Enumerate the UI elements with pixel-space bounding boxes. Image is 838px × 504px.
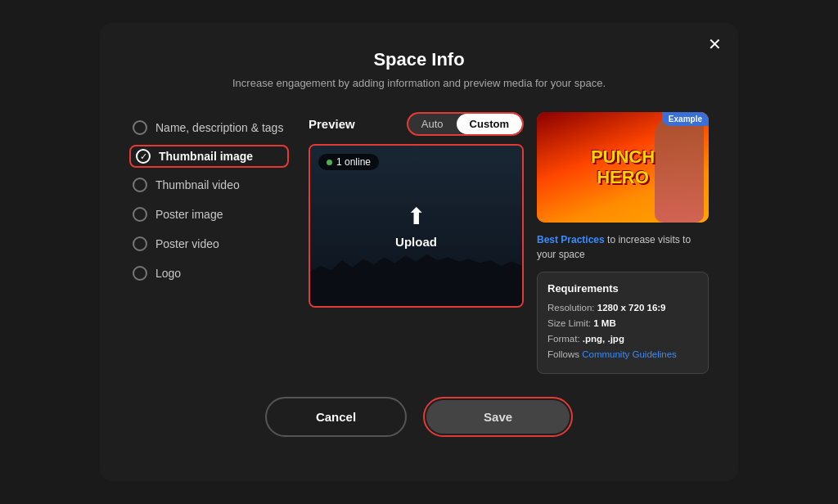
example-badge: Example: [662, 112, 709, 126]
sidebar-item-name[interactable]: Name, description & tags: [129, 115, 289, 140]
sidebar-label-logo: Logo: [155, 267, 181, 280]
right-panel: PUNCH HERO Example Best Practices to inc…: [537, 112, 709, 374]
main-content: Preview Auto Custom 1 online ⬆ Upl: [309, 112, 709, 374]
upload-icon: ⬆: [407, 203, 426, 230]
radio-poster-video: [133, 236, 147, 251]
close-button[interactable]: ✕: [708, 36, 722, 52]
modal-body: Name, description & tags Thumbnail image…: [129, 112, 709, 374]
radio-logo: [133, 266, 147, 281]
cancel-button[interactable]: Cancel: [265, 397, 407, 437]
online-indicator: [327, 160, 332, 165]
req-guidelines: Follows Community Guidelines: [547, 348, 698, 361]
save-button[interactable]: Save: [426, 400, 570, 434]
modal-subtitle: Increase engagement by adding informatio…: [129, 77, 709, 89]
req-resolution: Resolution: 1280 x 720 16:9: [547, 301, 698, 314]
upload-area[interactable]: 1 online ⬆ Upload: [309, 144, 524, 308]
sidebar-item-logo[interactable]: Logo: [129, 261, 289, 286]
upload-content[interactable]: ⬆ Upload: [395, 203, 437, 249]
character-silhouette: [655, 112, 704, 223]
requirements-box: Requirements Resolution: 1280 x 720 16:9…: [537, 272, 709, 374]
format-label: Format:: [547, 334, 583, 344]
size-label: Size Limit:: [547, 318, 593, 328]
size-value: 1 MB: [593, 318, 615, 328]
modal-footer: Cancel Save: [129, 397, 709, 437]
resolution-value: 1280 x 720 16:9: [597, 303, 666, 313]
game-title-line2: HERO: [597, 168, 649, 187]
sidebar-label-poster-image: Poster image: [155, 208, 223, 221]
sidebar-item-poster-video[interactable]: Poster video: [129, 232, 289, 256]
best-practices-text: Best Practices to increase visits to you…: [537, 232, 709, 262]
radio-thumbnail-video: [133, 178, 147, 192]
radio-poster-image: [133, 207, 147, 222]
online-count: 1 online: [336, 156, 371, 168]
format-value: .png, .jpg: [583, 334, 624, 344]
sidebar-label-name: Name, description & tags: [155, 121, 283, 134]
radio-name: [133, 120, 147, 135]
toggle-auto-button[interactable]: Auto: [408, 114, 457, 134]
req-format: Format: .png, .jpg: [547, 332, 698, 345]
sidebar-item-thumbnail-image-wrap[interactable]: Thumbnail image: [129, 145, 289, 168]
online-badge: 1 online: [318, 154, 379, 170]
community-guidelines-link[interactable]: Community Guidelines: [582, 349, 677, 359]
sidebar: Name, description & tags Thumbnail image…: [129, 112, 289, 374]
req-size: Size Limit: 1 MB: [547, 317, 698, 330]
sidebar-item-poster-image[interactable]: Poster image: [129, 202, 289, 227]
preview-section: Preview Auto Custom 1 online ⬆ Upl: [309, 112, 524, 374]
space-info-modal: ✕ Space Info Increase engagement by addi…: [100, 23, 738, 481]
follows-text: Follows: [547, 349, 582, 359]
upload-text: Upload: [395, 235, 437, 249]
game-title-line1: PUNCH: [591, 147, 655, 167]
preview-label: Preview: [309, 117, 355, 131]
sidebar-label-thumbnail-video: Thumbnail video: [155, 178, 240, 191]
radio-thumbnail-image: [136, 149, 151, 164]
sidebar-label-poster-video: Poster video: [155, 237, 219, 250]
requirements-title: Requirements: [547, 282, 698, 295]
sidebar-label-thumbnail-image: Thumbnail image: [159, 150, 253, 163]
resolution-label: Resolution:: [547, 303, 597, 313]
preview-header: Preview Auto Custom: [309, 112, 524, 136]
sidebar-item-thumbnail-video[interactable]: Thumbnail video: [129, 173, 289, 197]
preview-toggle-group: Auto Custom: [407, 112, 524, 136]
save-button-wrap: Save: [423, 397, 573, 437]
best-practices-link[interactable]: Best Practices: [537, 234, 605, 245]
modal-title: Space Info: [129, 49, 709, 70]
example-image: PUNCH HERO Example: [537, 112, 709, 223]
toggle-custom-button[interactable]: Custom: [457, 114, 522, 134]
punch-hero-art: PUNCH HERO: [537, 112, 709, 223]
